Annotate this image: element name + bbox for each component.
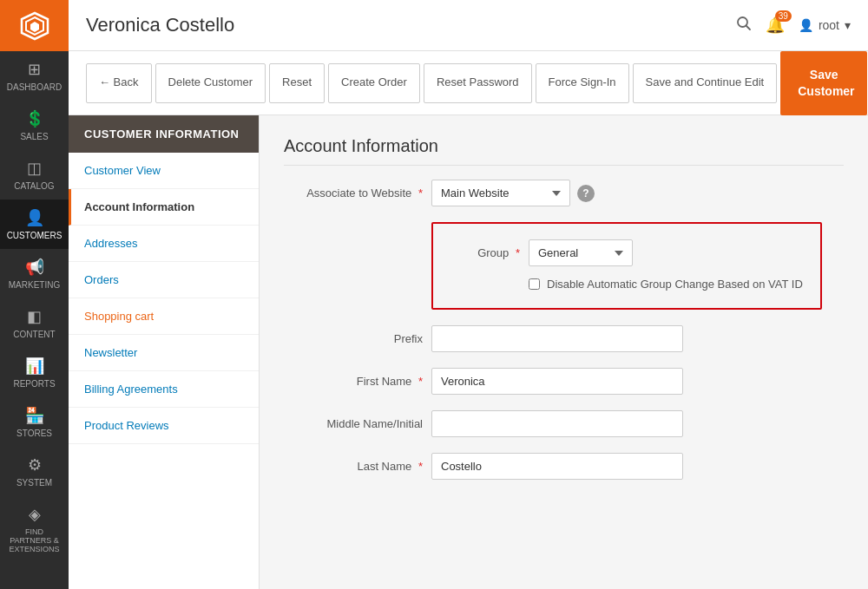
prefix-form-group: Prefix <box>284 325 844 352</box>
chevron-down-icon: ▾ <box>845 18 851 32</box>
left-nav-item-newsletter[interactable]: Newsletter <box>69 335 259 371</box>
disable-group-checkbox[interactable] <box>529 278 540 290</box>
section-title: Account Information <box>284 136 844 166</box>
last-name-form-group: Last Name * <box>284 453 844 480</box>
svg-line-1 <box>746 25 750 29</box>
sidebar-item-stores[interactable]: 🏪 STORES <box>0 397 69 447</box>
first-name-input[interactable] <box>431 368 683 395</box>
website-required: * <box>418 187 423 200</box>
user-icon: 👤 <box>799 18 813 32</box>
first-name-form-group: First Name * <box>284 368 844 395</box>
system-icon: ⚙ <box>28 455 42 474</box>
group-form-row: Group * General Wholesale Retailer <box>450 239 803 266</box>
sidebar-item-marketing[interactable]: 📢 MARKETING <box>0 249 69 298</box>
prefix-label: Prefix <box>284 332 423 345</box>
sidebar-item-content[interactable]: ◧ CONTENT <box>0 298 69 348</box>
first-name-required: * <box>418 375 423 388</box>
search-icon[interactable] <box>736 16 752 36</box>
header-right: 🔔 39 👤 root ▾ <box>736 16 851 36</box>
dashboard-icon: ⊞ <box>28 60 41 79</box>
sidebar-item-sales[interactable]: 💲 SALES <box>0 101 69 150</box>
form-area: Account Information Associate to Website… <box>260 115 868 589</box>
content-icon: ◧ <box>27 307 42 326</box>
notification-badge: 39 <box>775 10 792 22</box>
main-content: Veronica Costello 🔔 39 👤 root ▾ ← Back D… <box>69 0 868 589</box>
left-nav-item-orders[interactable]: Orders <box>69 262 259 298</box>
sidebar-item-reports[interactable]: 📊 REPORTS <box>0 348 69 397</box>
delete-customer-button[interactable]: Delete Customer <box>155 63 266 103</box>
group-label: Group * <box>450 246 520 259</box>
sidebar-item-customers[interactable]: 👤 CUSTOMERS <box>0 200 69 249</box>
sidebar-item-catalog[interactable]: ◫ CATALOG <box>0 150 69 200</box>
action-toolbar: ← Back Delete Customer Reset Create Orde… <box>69 51 868 115</box>
middle-name-label: Middle Name/Initial <box>284 417 423 430</box>
disable-group-label[interactable]: Disable Automatic Group Change Based on … <box>547 277 803 292</box>
back-button[interactable]: ← Back <box>86 63 152 103</box>
customers-icon: 👤 <box>25 208 44 227</box>
left-nav-item-addresses[interactable]: Addresses <box>69 226 259 262</box>
logo[interactable] <box>0 0 69 51</box>
first-name-label: First Name * <box>284 375 423 388</box>
group-required: * <box>516 246 520 259</box>
sidebar-item-system[interactable]: ⚙ SYSTEM <box>0 447 69 496</box>
content-area: CUSTOMER INFORMATION Customer View Accou… <box>69 115 868 589</box>
reports-icon: 📊 <box>25 357 44 376</box>
user-menu[interactable]: 👤 root ▾ <box>799 18 851 32</box>
marketing-icon: 📢 <box>25 258 44 277</box>
sidebar: ⊞ DASHBOARD 💲 SALES ◫ CATALOG 👤 CUSTOMER… <box>0 0 69 589</box>
middle-name-form-group: Middle Name/Initial <box>284 410 844 437</box>
last-name-label: Last Name * <box>284 460 423 473</box>
top-header: Veronica Costello 🔔 39 👤 root ▾ <box>69 0 868 51</box>
reset-password-button[interactable]: Reset Password <box>424 63 532 103</box>
website-form-group: Associate to Website * Main Website ? <box>284 180 844 206</box>
catalog-icon: ◫ <box>27 159 42 178</box>
left-nav-item-product-reviews[interactable]: Product Reviews <box>69 408 259 444</box>
save-continue-button[interactable]: Save and Continue Edit <box>633 63 778 103</box>
page-title: Veronica Costello <box>86 14 234 36</box>
reset-button[interactable]: Reset <box>269 63 325 103</box>
last-name-input[interactable] <box>431 453 683 480</box>
left-nav: CUSTOMER INFORMATION Customer View Accou… <box>69 115 260 589</box>
create-order-button[interactable]: Create Order <box>328 63 420 103</box>
sales-icon: 💲 <box>25 109 44 128</box>
force-signin-button[interactable]: Force Sign-In <box>536 63 629 103</box>
prefix-input[interactable] <box>431 325 683 352</box>
website-label: Associate to Website * <box>284 187 423 200</box>
stores-icon: 🏪 <box>25 406 44 425</box>
group-box: Group * General Wholesale Retailer Disab… <box>431 222 822 310</box>
website-select-group: Main Website ? <box>431 180 595 206</box>
website-select[interactable]: Main Website <box>431 180 570 206</box>
group-select[interactable]: General Wholesale Retailer <box>529 239 633 266</box>
left-nav-item-shopping-cart[interactable]: Shopping cart <box>69 298 259 335</box>
sidebar-item-dashboard[interactable]: ⊞ DASHBOARD <box>0 51 69 101</box>
left-nav-item-account-information[interactable]: Account Information <box>69 189 259 226</box>
sidebar-item-extensions[interactable]: ◈ FIND PARTNERS & EXTENSIONS <box>0 496 69 562</box>
website-help-icon[interactable]: ? <box>577 185 595 202</box>
left-nav-header: CUSTOMER INFORMATION <box>69 115 259 153</box>
disable-group-row: Disable Automatic Group Change Based on … <box>529 277 803 292</box>
left-nav-item-customer-view[interactable]: Customer View <box>69 153 259 189</box>
save-customer-button[interactable]: Save Customer <box>780 51 867 115</box>
last-name-required: * <box>418 460 423 473</box>
notification-button[interactable]: 🔔 39 <box>766 16 785 35</box>
middle-name-input[interactable] <box>431 410 683 437</box>
extensions-icon: ◈ <box>29 505 41 524</box>
left-nav-item-billing-agreements[interactable]: Billing Agreements <box>69 371 259 408</box>
